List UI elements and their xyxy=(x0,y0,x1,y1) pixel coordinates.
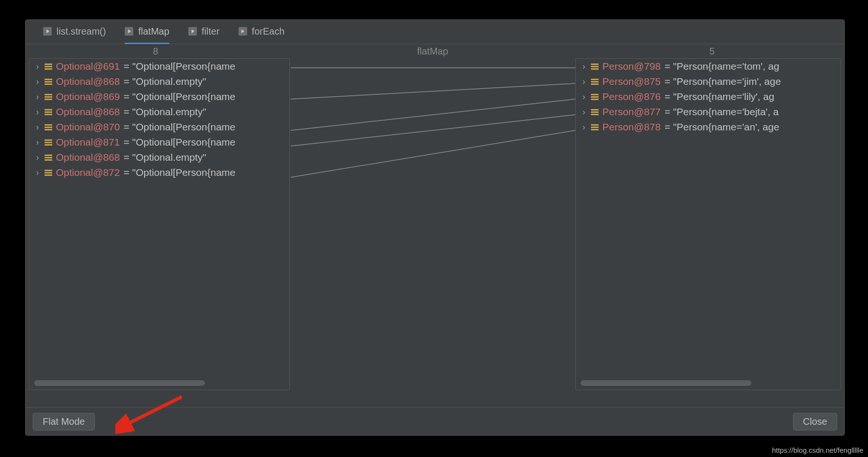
object-value: = "Optional.empty" xyxy=(124,106,206,118)
svg-line-2 xyxy=(291,99,575,130)
object-reference: Optional@871 xyxy=(56,137,120,148)
play-icon xyxy=(239,27,247,36)
tab-label: filter xyxy=(202,26,220,37)
object-value: = "Optional.empty" xyxy=(124,76,206,87)
expand-chevron-icon[interactable]: › xyxy=(34,168,41,178)
list-item[interactable]: ›Person@798 = "Person{name='tom', ag xyxy=(576,59,840,74)
tab-list-stream[interactable]: list.stream() xyxy=(43,26,106,44)
expand-chevron-icon[interactable]: › xyxy=(581,122,587,132)
object-icon xyxy=(591,79,599,85)
object-icon xyxy=(45,64,52,70)
expand-chevron-icon[interactable]: › xyxy=(34,77,41,87)
object-value: = "Optional[Person{name xyxy=(124,167,236,178)
stream-trace-dialog: list.stream() flatMap filter forEach 8 f… xyxy=(25,19,845,436)
object-icon xyxy=(45,79,52,85)
expand-chevron-icon[interactable]: › xyxy=(34,137,41,147)
svg-line-1 xyxy=(291,83,575,99)
column-headers: 8 flatMap 5 xyxy=(25,44,845,58)
object-reference: Optional@868 xyxy=(56,152,120,163)
object-icon xyxy=(591,124,599,130)
list-item[interactable]: ›Optional@870 = "Optional[Person{name xyxy=(29,119,289,135)
object-icon xyxy=(591,64,599,70)
horizontal-scrollbar[interactable] xyxy=(34,380,205,386)
object-reference: Person@876 xyxy=(602,91,661,102)
operation-title: flatMap xyxy=(286,46,579,57)
object-value: = "Optional[Person{name xyxy=(124,137,236,148)
object-reference: Optional@870 xyxy=(56,121,120,133)
tab-label: flatMap xyxy=(138,26,169,37)
list-item[interactable]: ›Optional@868 = "Optional.empty" xyxy=(29,150,289,165)
expand-chevron-icon[interactable]: › xyxy=(581,92,587,102)
object-reference: Optional@872 xyxy=(56,167,120,178)
expand-chevron-icon[interactable]: › xyxy=(34,92,41,102)
object-value: = "Optional[Person{name xyxy=(124,91,236,102)
object-value: = "Person{name='lily', ag xyxy=(665,91,774,102)
main-area: ›Optional@691 = "Optional[Person{name›Op… xyxy=(25,58,845,390)
list-item[interactable]: ›Person@877 = "Person{name='bejta', a xyxy=(576,104,840,119)
object-reference: Person@877 xyxy=(602,106,661,118)
play-icon xyxy=(43,27,52,36)
object-value: = "Optional.empty" xyxy=(124,152,206,163)
object-reference: Person@798 xyxy=(602,61,661,72)
svg-line-3 xyxy=(291,115,575,146)
object-value: = "Person{name='jim', age xyxy=(665,76,781,87)
expand-chevron-icon[interactable]: › xyxy=(581,62,587,72)
object-icon xyxy=(591,109,599,115)
list-item[interactable]: ›Optional@872 = "Optional[Person{name xyxy=(29,165,289,180)
tab-foreach[interactable]: forEach xyxy=(239,26,285,44)
object-icon xyxy=(591,94,599,100)
list-item[interactable]: ›Optional@871 = "Optional[Person{name xyxy=(29,135,289,150)
object-reference: Person@875 xyxy=(602,76,661,87)
object-icon xyxy=(45,170,52,176)
object-reference: Optional@691 xyxy=(56,61,120,72)
right-count: 5 xyxy=(579,46,845,57)
object-icon xyxy=(45,94,52,100)
play-icon xyxy=(188,27,197,36)
dialog-footer: Flat Mode Close xyxy=(25,407,845,436)
list-item[interactable]: ›Person@876 = "Person{name='lily', ag xyxy=(576,89,840,104)
object-icon xyxy=(45,155,52,161)
tab-label: forEach xyxy=(252,26,285,37)
list-item[interactable]: ›Person@878 = "Person{name='an', age xyxy=(576,119,840,135)
tab-flatmap[interactable]: flatMap xyxy=(125,26,169,44)
object-icon xyxy=(45,124,52,130)
play-icon xyxy=(125,27,133,36)
flat-mode-button[interactable]: Flat Mode xyxy=(33,413,95,430)
expand-chevron-icon[interactable]: › xyxy=(34,153,41,163)
expand-chevron-icon[interactable]: › xyxy=(581,107,587,117)
list-item[interactable]: ›Optional@869 = "Optional[Person{name xyxy=(29,89,289,104)
list-item[interactable]: ›Person@875 = "Person{name='jim', age xyxy=(576,74,840,89)
horizontal-scrollbar[interactable] xyxy=(581,380,751,386)
left-count: 8 xyxy=(25,46,286,57)
object-reference: Optional@868 xyxy=(56,76,120,87)
expand-chevron-icon[interactable]: › xyxy=(34,107,41,117)
svg-line-4 xyxy=(291,130,575,177)
expand-chevron-icon[interactable]: › xyxy=(581,77,587,87)
object-reference: Person@878 xyxy=(602,121,661,133)
tab-filter[interactable]: filter xyxy=(188,26,220,44)
object-reference: Optional@869 xyxy=(56,91,120,102)
expand-chevron-icon[interactable]: › xyxy=(34,122,41,132)
list-item[interactable]: ›Optional@691 = "Optional[Person{name xyxy=(29,59,289,74)
object-icon xyxy=(45,109,52,115)
object-value: = "Optional[Person{name xyxy=(124,121,236,133)
list-item[interactable]: ›Optional@868 = "Optional.empty" xyxy=(29,74,289,89)
input-panel[interactable]: ›Optional@691 = "Optional[Person{name›Op… xyxy=(29,58,290,390)
object-value: = "Optional[Person{name xyxy=(124,61,236,72)
expand-chevron-icon[interactable]: › xyxy=(34,62,41,72)
object-reference: Optional@868 xyxy=(56,106,120,118)
list-item[interactable]: ›Optional@868 = "Optional.empty" xyxy=(29,104,289,119)
object-icon xyxy=(45,139,52,146)
watermark: https://blog.csdn.net/fengllllle xyxy=(772,446,863,454)
close-button[interactable]: Close xyxy=(793,413,837,430)
object-value: = "Person{name='bejta', a xyxy=(665,106,779,118)
object-value: = "Person{name='tom', ag xyxy=(665,61,779,72)
object-value: = "Person{name='an', age xyxy=(665,121,779,133)
tab-label: list.stream() xyxy=(56,26,106,37)
output-panel[interactable]: ›Person@798 = "Person{name='tom', ag›Per… xyxy=(575,58,841,390)
tab-bar: list.stream() flatMap filter forEach xyxy=(25,19,845,44)
